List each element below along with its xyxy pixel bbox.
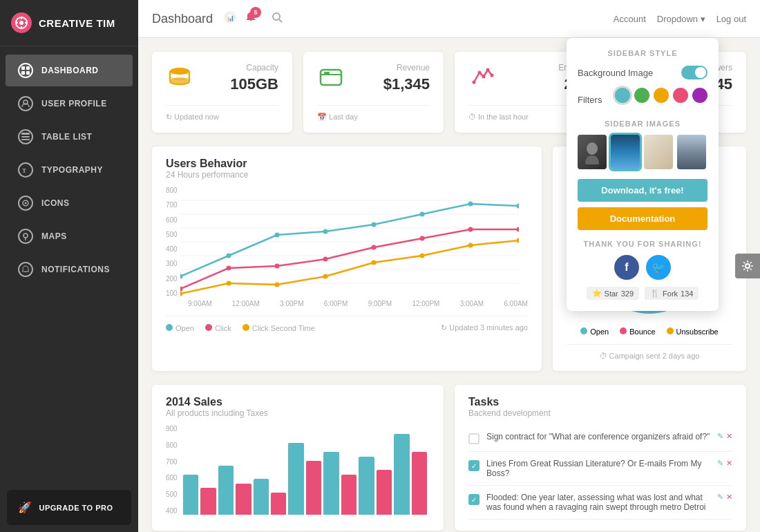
sidebar-item-maps[interactable]: MAPS [6,220,133,252]
notifications-bell-icon[interactable]: 5 [245,11,257,26]
bar [288,443,303,515]
sales-title: 2014 Sales [166,396,430,408]
task-checkbox-3[interactable]: ✓ [468,494,479,505]
task-edit-3[interactable]: ✎ [717,493,723,502]
svg-point-46 [371,222,376,227]
sidebar-item-typography[interactable]: T TYPOGRAPHY [6,154,133,186]
sidebar-item-icons[interactable]: ICONS [6,187,133,219]
task-checkbox-2[interactable]: ✓ [468,460,479,471]
users-behavior-footer: Open Click Click Second Time ↻ Updated 3… [166,316,528,332]
svg-rect-13 [21,139,30,140]
notifications-icon [18,262,33,277]
svg-point-64 [468,243,473,248]
svg-point-51 [226,266,231,271]
svg-point-52 [274,264,279,269]
sidebar-item-dashboard-label: DASHBOARD [41,66,99,75]
fork-button[interactable]: 🍴 Fork 134 [645,287,699,300]
task-text-3: Flooded: One year later, assessing what … [486,493,710,512]
svg-rect-7 [26,66,30,70]
sidebar-img-2[interactable] [611,135,640,169]
filter-purple[interactable] [692,88,707,103]
bar [236,484,251,515]
task-edit-1[interactable]: ✎ [717,432,723,441]
task-item-2: ✓ Lines From Great Russian Literature? O… [468,452,732,486]
topnav: Dashboard 📊 5 Account Dropdown ▾ Log out [138,0,760,38]
sidebar-style-panel: SIDEBAR STYLE Background Image Filters S… [567,38,719,311]
sidebar-img-4[interactable] [677,135,706,169]
upgrade-label: UPGRADE TO PRO [39,504,113,512]
sidebar-nav: DASHBOARD USER PROFILE TABLE LIST T TYPO… [0,46,138,483]
svg-point-60 [274,283,279,287]
twitter-button[interactable]: 🐦 [646,255,671,280]
task-item-3: ✓ Flooded: One year later, assessing wha… [468,486,732,520]
sidebar-images-title: SIDEBAR IMAGES [578,120,707,128]
filter-green[interactable] [634,88,649,103]
settings-gear-button[interactable] [735,254,760,278]
bg-image-label: Background Image [578,68,653,78]
svg-rect-6 [21,66,25,70]
task-actions-1: ✎ ✕ [717,432,732,441]
sidebar-item-typography-label: TYPOGRAPHY [41,165,103,175]
dropdown-link[interactable]: Dropdown ▾ [657,14,705,24]
task-edit-2[interactable]: ✎ [717,459,723,468]
task-delete-2[interactable]: ✕ [726,459,732,468]
svg-point-28 [473,81,476,84]
user-profile-icon [18,96,33,111]
task-checkbox-1[interactable] [468,433,479,444]
revenue-value: $1,345 [383,75,430,93]
task-delete-1[interactable]: ✕ [726,432,732,441]
svg-point-17 [23,234,28,238]
bar [218,466,234,515]
star-icon: ⭐ [592,289,602,298]
download-button[interactable]: Download, it's free! [578,179,707,202]
bottom-row: 2014 Sales All products including Taxes … [152,385,746,531]
x-axis-labels: 9:00AM 12:00AM 3:00PM 6:00PM 9:00PM 12:0… [188,300,528,307]
svg-point-20 [273,13,280,20]
filter-orange[interactable] [654,88,669,103]
svg-line-21 [279,19,282,22]
bar [183,475,198,515]
svg-point-59 [226,281,231,286]
svg-point-16 [25,202,27,205]
task-text-2: Lines From Great Russian Literature? Or … [486,459,710,478]
fork-count: 134 [681,289,693,298]
logout-link[interactable]: Log out [716,14,746,24]
svg-point-29 [478,71,482,75]
svg-point-45 [323,229,327,234]
errors-footer: ⏱ In the last hour [468,105,581,121]
sidebar-img-3[interactable] [644,135,673,169]
filter-cyan[interactable] [615,88,630,103]
account-link[interactable]: Account [614,14,646,24]
svg-point-32 [491,74,494,77]
revenue-icon [317,63,345,95]
bar [254,479,269,515]
svg-rect-11 [21,133,30,135]
svg-point-62 [371,260,376,265]
bg-image-toggle[interactable] [681,66,707,79]
svg-point-30 [482,75,486,79]
fork-icon: 🍴 [650,289,660,298]
legend-open: Open [166,324,194,332]
tasks-card: Tasks Backend development Sign contract … [455,385,746,531]
task-delete-3[interactable]: ✕ [726,493,732,502]
star-button[interactable]: ⭐ Star 329 [587,287,640,300]
search-icon[interactable] [271,11,283,26]
filter-red[interactable] [673,88,688,103]
sidebar-item-table-list[interactable]: TABLE LIST [6,121,133,153]
sidebar-img-1[interactable] [578,135,607,169]
task-text-1: Sign contract for "What are conference o… [486,432,710,441]
sidebar-item-notifications[interactable]: NOTIFICATIONS [6,254,133,285]
facebook-button[interactable]: f [614,255,639,280]
sidebar-images [578,135,707,169]
legend-unsubscribe: Unsubscribe [667,327,719,336]
stats-icon[interactable]: 📊 [224,11,236,26]
bar [394,434,409,515]
sidebar-item-user-profile[interactable]: USER PROFILE [6,88,133,120]
notification-badge: 5 [250,7,261,18]
legend-bounce: Bounce [620,327,655,336]
sidebar-item-dashboard[interactable]: DASHBOARD [6,55,133,86]
upgrade-to-pro[interactable]: 🚀 UPGRADE TO PRO [7,490,131,525]
documentation-button[interactable]: Documentation [578,207,707,230]
svg-point-54 [371,245,376,250]
errors-icon [468,63,496,95]
